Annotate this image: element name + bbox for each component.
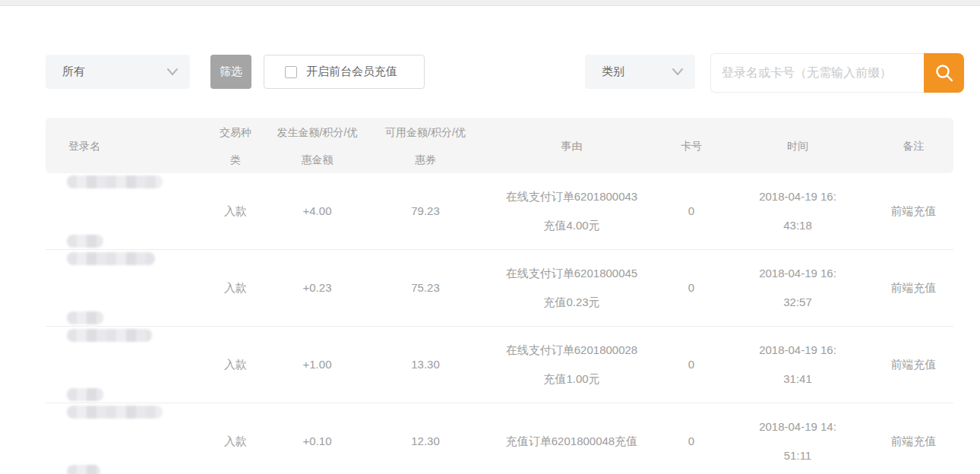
category-filter-select[interactable]: 类别 <box>585 55 695 89</box>
redacted-text-block <box>67 235 103 248</box>
time-value: 2018-04-19 16: 31:41 <box>722 336 874 393</box>
card-value: 0 <box>661 427 722 456</box>
type-filter-value: 所有 <box>62 65 85 79</box>
header-reason: 事由 <box>482 132 661 160</box>
time-value: 2018-04-19 16: 43:18 <box>722 182 874 240</box>
amount-value: +0.10 <box>266 427 368 456</box>
trade-type-value: 入款 <box>205 197 266 226</box>
redacted-text-block <box>67 406 163 419</box>
chevron-down-icon <box>672 68 683 75</box>
transactions-table: 登录名 交易种 类 发生金额/积分/优 惠金额 可用金额/积分/优 惠券 事由 … <box>46 118 953 474</box>
header-time: 时间 <box>722 132 874 160</box>
reason-value: 在线支付订单6201800043 充值4.00元 <box>482 182 661 240</box>
available-value: 13.30 <box>368 350 482 379</box>
category-filter-value: 类别 <box>602 65 624 79</box>
available-value: 75.23 <box>368 273 482 302</box>
card-value: 0 <box>661 197 722 226</box>
chevron-down-icon <box>167 68 178 75</box>
search-icon <box>934 63 954 83</box>
time-value: 2018-04-19 16: 32:57 <box>722 259 874 317</box>
header-amount: 发生金额/积分/优 惠金额 <box>266 118 368 173</box>
redacted-text-block <box>67 388 103 401</box>
checkbox-unchecked-icon[interactable] <box>285 66 297 78</box>
filter-button[interactable]: 筛选 <box>210 55 251 89</box>
header-card: 卡号 <box>661 132 722 160</box>
reason-value: 在线支付订单6201800045 充值0.23元 <box>482 259 661 317</box>
redacted-text-block <box>67 311 103 324</box>
front-desk-recharge-toggle[interactable]: 开启前台会员充值 <box>264 55 425 89</box>
amount-value: +1.00 <box>266 350 368 379</box>
trade-type-value: 入款 <box>205 427 266 456</box>
redacted-text-block <box>67 465 100 474</box>
type-filter-select[interactable]: 所有 <box>46 55 190 89</box>
trade-type-value: 入款 <box>205 350 266 379</box>
search-input[interactable] <box>710 53 924 93</box>
trade-type-value: 入款 <box>205 273 266 302</box>
reason-value: 在线支付订单6201800028 充值1.00元 <box>482 336 661 393</box>
front-desk-recharge-label: 开启前台会员充值 <box>306 65 397 79</box>
amount-value: +4.00 <box>266 197 368 226</box>
redacted-text-block <box>67 252 155 265</box>
note-value: 前端充值 <box>874 427 953 456</box>
card-value: 0 <box>661 273 722 302</box>
reason-value: 充值订单6201800048充值 <box>482 427 661 456</box>
note-value: 前端充值 <box>874 350 953 379</box>
note-value: 前端充值 <box>874 273 953 302</box>
table-row: 入款 +0.10 12.30 充值订单6201800048充值 0 2018-0… <box>46 403 953 474</box>
available-value: 79.23 <box>368 197 482 226</box>
header-note: 备注 <box>874 132 953 160</box>
redacted-text-block <box>67 329 152 342</box>
available-value: 12.30 <box>368 427 482 456</box>
search-button[interactable] <box>924 53 964 93</box>
time-value: 2018-04-19 14: 51:11 <box>722 412 874 470</box>
note-value: 前端充值 <box>874 197 953 226</box>
header-trade-type: 交易种 类 <box>205 118 266 173</box>
search-bar <box>710 53 964 93</box>
card-value: 0 <box>661 350 722 379</box>
header-available: 可用金额/积分/优 惠券 <box>368 118 482 173</box>
redacted-text-block <box>67 175 163 188</box>
top-divider-strip <box>0 0 980 6</box>
recharge-records-page: 所有 筛选 开启前台会员充值 类别 登录名 交易种 类 发生金额/积分/优 惠金… <box>0 0 980 474</box>
amount-value: +0.23 <box>266 273 368 302</box>
